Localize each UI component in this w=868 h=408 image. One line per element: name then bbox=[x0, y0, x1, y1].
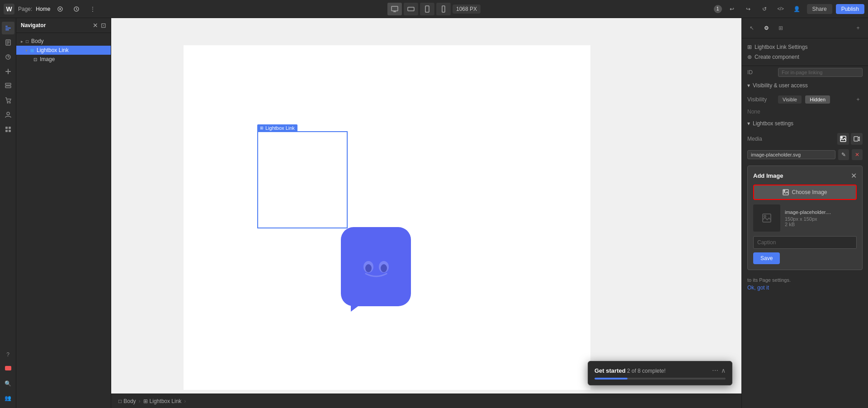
lightbox-section-title: Lightbox settings bbox=[753, 120, 793, 127]
toast-header: Get started 2 of 8 complete! ⋯ ∧ bbox=[594, 367, 726, 374]
cursor-tab[interactable]: ↖ bbox=[745, 22, 758, 34]
history-icon[interactable] bbox=[70, 3, 83, 15]
navigator-header: Navigator ✕ ⊡ bbox=[16, 18, 111, 33]
save-button[interactable]: Save bbox=[753, 252, 780, 264]
discord-logo bbox=[341, 227, 411, 306]
caption-input[interactable] bbox=[753, 236, 857, 249]
feedback-icon[interactable] bbox=[2, 363, 14, 375]
visibility-section-header[interactable]: ▾ Visibility & user access bbox=[742, 79, 868, 92]
image-name: image-placeholder.... bbox=[785, 209, 831, 215]
breadcrumb-lightbox-label: Lightbox Link bbox=[150, 398, 182, 404]
toast-more-icon[interactable]: ⋯ bbox=[712, 367, 718, 374]
canvas-selection-box[interactable] bbox=[257, 131, 348, 228]
code-btn[interactable]: </> bbox=[774, 3, 787, 15]
add-image-panel: Add Image ✕ Choose Image image-placehold… bbox=[747, 166, 863, 270]
settings-link-label: Lightbox Link Settings bbox=[755, 44, 807, 50]
none-row: None bbox=[742, 107, 868, 117]
body-icon: □ bbox=[26, 39, 28, 44]
topbar: W Page: Home ⋮ 1068 PX 1 ↩ ↪ ↺ </> 👤 Sh bbox=[0, 0, 868, 18]
mobile-icon[interactable] bbox=[436, 3, 451, 15]
help-icon[interactable]: ? bbox=[2, 348, 14, 361]
nav-item-image[interactable]: ⊡ Image bbox=[16, 55, 111, 64]
hidden-btn[interactable]: Hidden bbox=[805, 95, 830, 104]
ecommerce-icon[interactable] bbox=[2, 94, 14, 107]
image-media-btn[interactable] bbox=[837, 133, 849, 145]
tablet-portrait-icon[interactable] bbox=[420, 3, 434, 15]
discord-icon-container bbox=[334, 220, 418, 313]
close-navigator-icon[interactable]: ✕ bbox=[93, 22, 98, 29]
svg-point-34 bbox=[841, 137, 843, 138]
toast-subtitle-text: 2 of 8 complete! bbox=[627, 368, 665, 374]
visibility-arrow: ▾ bbox=[747, 82, 750, 89]
apps-icon[interactable] bbox=[2, 123, 14, 136]
visibility-plus-btn[interactable]: + bbox=[854, 95, 863, 104]
topbar-left: W Page: Home ⋮ bbox=[4, 3, 99, 15]
breadcrumb-body[interactable]: □ Body bbox=[118, 398, 136, 404]
media-delete-btn[interactable]: ✕ bbox=[852, 149, 863, 160]
nav-item-body[interactable]: ▸ □ Body bbox=[16, 37, 111, 46]
notifications-badge[interactable]: 1 bbox=[714, 5, 722, 13]
add-element-icon[interactable] bbox=[2, 65, 14, 78]
canvas-area[interactable]: ⊞ Lightbox Link bbox=[111, 18, 741, 408]
component-icon: ⊛ bbox=[747, 54, 752, 60]
logo[interactable]: W bbox=[4, 4, 14, 14]
toast-title: Get started bbox=[594, 367, 626, 374]
assets-icon[interactable] bbox=[2, 51, 14, 63]
settings-tab[interactable]: ⚙ bbox=[760, 22, 773, 34]
page-label: Page: bbox=[18, 6, 32, 12]
toast-controls: ⋯ ∧ bbox=[712, 367, 726, 374]
svg-rect-19 bbox=[5, 83, 11, 85]
search-icon[interactable]: 🔍 bbox=[2, 377, 14, 390]
choose-image-btn[interactable]: Choose Image bbox=[753, 185, 857, 200]
refresh-btn[interactable]: ↺ bbox=[758, 3, 771, 15]
toast-progress-fill bbox=[594, 378, 627, 380]
svg-point-39 bbox=[764, 215, 766, 217]
canvas-label-text: Lightbox Link bbox=[265, 125, 295, 131]
lightbox-arrow: ▾ bbox=[747, 120, 750, 127]
ok-got-it-link[interactable]: Ok, got it bbox=[747, 285, 863, 291]
topbar-right: 1 ↩ ↪ ↺ </> 👤 Share Publish bbox=[714, 3, 864, 15]
undo-btn[interactable]: ↩ bbox=[726, 3, 738, 15]
more-icon[interactable]: ⋮ bbox=[86, 3, 99, 15]
redo-btn[interactable]: ↪ bbox=[742, 3, 755, 15]
media-edit-btn[interactable]: ✎ bbox=[838, 149, 849, 160]
svg-rect-10 bbox=[5, 28, 11, 28]
svg-rect-3 bbox=[392, 6, 398, 11]
navigator-icon[interactable] bbox=[2, 22, 14, 34]
breadcrumb-lightbox-link[interactable]: ⊞ Lightbox Link bbox=[143, 398, 182, 404]
publish-button[interactable]: Publish bbox=[836, 4, 864, 14]
svg-point-31 bbox=[365, 264, 372, 272]
breadcrumb-sep-2: › bbox=[184, 398, 186, 404]
cms-icon[interactable] bbox=[2, 80, 14, 92]
desktop-icon[interactable] bbox=[387, 3, 402, 15]
lightbox-section-header[interactable]: ▾ Lightbox settings bbox=[742, 117, 868, 130]
pages-icon[interactable] bbox=[2, 36, 14, 49]
account-icon[interactable]: 👥 bbox=[2, 392, 14, 404]
px-display: 1068 PX bbox=[453, 5, 481, 14]
toast-collapse-icon[interactable]: ∧ bbox=[721, 367, 726, 374]
create-component-link[interactable]: ⊛ Create component bbox=[747, 52, 863, 62]
breadcrumb-lightbox-icon: ⊞ bbox=[143, 398, 148, 404]
svg-rect-6 bbox=[408, 7, 414, 11]
add-image-close-btn[interactable]: ✕ bbox=[851, 171, 857, 180]
canvas-inner: ⊞ Lightbox Link bbox=[184, 45, 590, 390]
link-icon: ⊞ bbox=[747, 44, 752, 50]
media-label: Media bbox=[747, 136, 770, 142]
expand-navigator-icon[interactable]: ⊡ bbox=[101, 22, 106, 29]
layout-tab[interactable]: ⊞ bbox=[774, 22, 787, 34]
main-layout: ? 🔍 👥 Navigator ✕ ⊡ ▸ □ Body ▾ ⊞ Lightbo… bbox=[0, 18, 868, 408]
page-settings-icon[interactable] bbox=[54, 3, 66, 15]
members-icon[interactable] bbox=[2, 109, 14, 121]
toast-progress-bar bbox=[594, 378, 726, 380]
lightbox-link-settings-link[interactable]: ⊞ Lightbox Link Settings bbox=[747, 42, 863, 52]
share-user-icon[interactable]: 👤 bbox=[791, 3, 803, 15]
navigator-panel: Navigator ✕ ⊡ ▸ □ Body ▾ ⊞ Lightbox Link… bbox=[16, 18, 111, 408]
video-media-btn[interactable] bbox=[851, 133, 863, 145]
settings-link-section: ⊞ Lightbox Link Settings ⊛ Create compon… bbox=[742, 38, 868, 66]
id-input[interactable] bbox=[778, 68, 863, 77]
add-tab[interactable]: + bbox=[852, 22, 864, 34]
tablet-landscape-icon[interactable] bbox=[404, 3, 418, 15]
visible-btn[interactable]: Visible bbox=[778, 95, 802, 104]
nav-item-lightbox-link[interactable]: ▾ ⊞ Lightbox Link bbox=[16, 46, 111, 55]
share-button[interactable]: Share bbox=[807, 4, 832, 14]
